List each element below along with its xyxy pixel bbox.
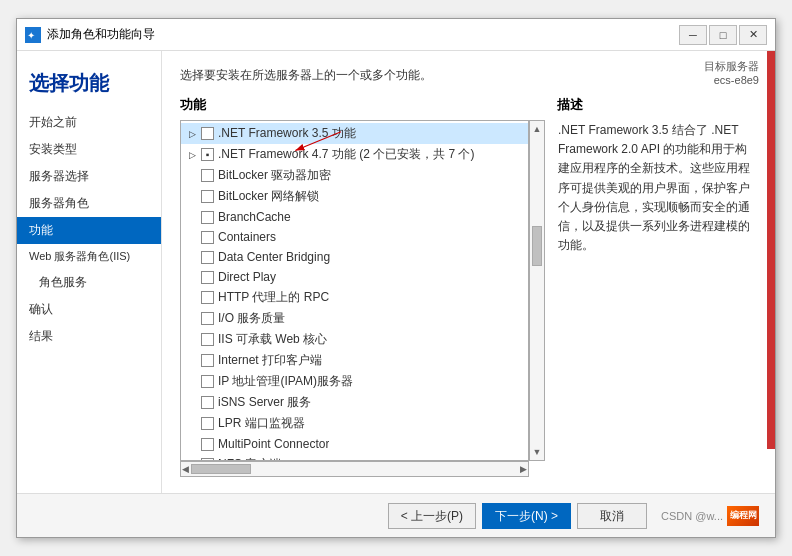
footer: < 上一步(P) 下一步(N) > 取消 CSDN @w... 编程网 [17,493,775,537]
feature-isns[interactable]: iSNS Server 服务 [181,392,528,413]
watermark-text1: CSDN @w... [661,510,723,522]
label-bitlocker-net: BitLocker 网络解锁 [218,188,319,205]
server-name: ecs-e8e9 [704,74,759,86]
feature-datacenter-bridging[interactable]: Data Center Bridging [181,247,528,267]
feature-ip-mgmt[interactable]: IP 地址管理(IPAM)服务器 [181,371,528,392]
scroll-up-btn[interactable]: ▲ [533,122,542,136]
sidebar-item-server-role[interactable]: 服务器角色 [17,190,161,217]
checkbox-iis-hostable[interactable] [201,333,214,346]
features-header: 功能 [180,96,545,114]
sidebar-item-features[interactable]: 功能 [17,217,161,244]
right-accent-bar [767,51,775,449]
checkbox-nfs[interactable] [201,458,214,461]
checkbox-internet-print[interactable] [201,354,214,367]
server-label: 目标服务器 [704,59,759,74]
feature-io-quality[interactable]: I/O 服务质量 [181,308,528,329]
checkbox-branchcache[interactable] [201,211,214,224]
feature-net47[interactable]: ▷ .NET Framework 4.7 功能 (2 个已安装，共 7 个) [181,144,528,165]
title-bar: ✦ 添加角色和功能向导 ─ □ ✕ [17,19,775,51]
label-isns: iSNS Server 服务 [218,394,311,411]
description-text: .NET Framework 3.5 结合了 .NET Framework 2.… [557,120,757,477]
checkbox-net47[interactable] [201,148,214,161]
feature-http-rpc[interactable]: HTTP 代理上的 RPC [181,287,528,308]
main-instruction: 选择要安装在所选服务器上的一个或多个功能。 [180,67,757,84]
expand-icon-net35: ▷ [185,127,199,141]
label-multipoint: MultiPoint Connector [218,437,329,451]
features-list-container[interactable]: ▷ .NET Framework 3.5 功能 ▷ .NET Framework [180,120,529,461]
back-button[interactable]: < 上一步(P) [388,503,476,529]
description-header: 描述 [557,96,757,114]
feature-internet-print[interactable]: Internet 打印客户端 [181,350,528,371]
label-net47: .NET Framework 4.7 功能 (2 个已安装，共 7 个) [218,146,474,163]
label-nfs: NFS 客户端 [218,456,281,461]
feature-branchcache[interactable]: BranchCache [181,207,528,227]
title-bar-left: ✦ 添加角色和功能向导 [25,26,155,43]
vertical-scrollbar[interactable]: ▲ ▼ [529,120,545,461]
sidebar-item-web-server[interactable]: Web 服务器角色(IIS) [17,244,161,269]
label-datacenter-bridging: Data Center Bridging [218,250,330,264]
label-ip-mgmt: IP 地址管理(IPAM)服务器 [218,373,353,390]
horizontal-scrollbar[interactable]: ◀ ▶ [180,461,529,477]
checkbox-http-rpc[interactable] [201,291,214,304]
feature-lpr[interactable]: LPR 端口监视器 [181,413,528,434]
watermark-logo: 编程网 [727,506,759,526]
scroll-down-btn[interactable]: ▼ [533,445,542,459]
close-button[interactable]: ✕ [739,25,767,45]
feature-multipoint[interactable]: MultiPoint Connector [181,434,528,454]
feature-direct-play[interactable]: Direct Play [181,267,528,287]
minimize-button[interactable]: ─ [679,25,707,45]
checkbox-io-quality[interactable] [201,312,214,325]
h-scroll-thumb[interactable] [191,464,251,474]
feature-containers[interactable]: Containers [181,227,528,247]
panels: 功能 [180,96,757,477]
main-wrapper: 目标服务器 ecs-e8e9 选择要安装在所选服务器上的一个或多个功能。 功能 [162,51,775,493]
label-branchcache: BranchCache [218,210,291,224]
scroll-thumb[interactable] [532,226,542,266]
checkbox-lpr[interactable] [201,417,214,430]
checkbox-bitlocker-drive[interactable] [201,169,214,182]
description-panel: 描述 .NET Framework 3.5 结合了 .NET Framework… [557,96,757,477]
feature-iis-hostable[interactable]: IIS 可承载 Web 核心 [181,329,528,350]
wizard-window: ✦ 添加角色和功能向导 ─ □ ✕ 选择功能 开始之前 安装类型 服务器选择 服… [16,18,776,538]
features-panel: 功能 [180,96,545,477]
checkbox-multipoint[interactable] [201,438,214,451]
window-title: 添加角色和功能向导 [47,26,155,43]
label-io-quality: I/O 服务质量 [218,310,285,327]
checkbox-net35[interactable] [201,127,214,140]
server-info: 目标服务器 ecs-e8e9 [704,59,759,86]
features-list: ▷ .NET Framework 3.5 功能 ▷ .NET Framework [181,121,528,461]
label-containers: Containers [218,230,276,244]
next-button[interactable]: 下一步(N) > [482,503,571,529]
label-net35: .NET Framework 3.5 功能 [218,125,356,142]
sidebar-item-confirm[interactable]: 确认 [17,296,161,323]
sidebar-nav: 开始之前 安装类型 服务器选择 服务器角色 功能 Web 服务器角色(IIS) … [17,105,161,354]
svg-text:✦: ✦ [27,30,35,41]
label-iis-hostable: IIS 可承载 Web 核心 [218,331,327,348]
maximize-button[interactable]: □ [709,25,737,45]
checkbox-direct-play[interactable] [201,271,214,284]
checkbox-ip-mgmt[interactable] [201,375,214,388]
expand-icon-net47: ▷ [185,148,199,162]
sidebar-item-role-services[interactable]: 角色服务 [17,269,161,296]
sidebar-item-start[interactable]: 开始之前 [17,109,161,136]
sidebar-item-install-type[interactable]: 安装类型 [17,136,161,163]
feature-bitlocker-net[interactable]: BitLocker 网络解锁 [181,186,528,207]
sidebar-item-result[interactable]: 结果 [17,323,161,350]
sidebar-item-server-select[interactable]: 服务器选择 [17,163,161,190]
checkbox-containers[interactable] [201,231,214,244]
title-controls: ─ □ ✕ [679,25,767,45]
main-content: 选择要安装在所选服务器上的一个或多个功能。 功能 [162,51,775,493]
cancel-button[interactable]: 取消 [577,503,647,529]
feature-net35[interactable]: ▷ .NET Framework 3.5 功能 [181,123,528,144]
checkbox-bitlocker-net[interactable] [201,190,214,203]
checkbox-isns[interactable] [201,396,214,409]
scroll-right-btn[interactable]: ▶ [520,464,527,474]
wizard-icon: ✦ [25,27,41,43]
scrollbar-container: ▷ .NET Framework 3.5 功能 ▷ .NET Framework [180,120,545,461]
feature-bitlocker-drive[interactable]: BitLocker 驱动器加密 [181,165,528,186]
watermark: CSDN @w... 编程网 [661,506,759,526]
content-area: 选择功能 开始之前 安装类型 服务器选择 服务器角色 功能 Web 服务器角色(… [17,51,775,493]
checkbox-datacenter-bridging[interactable] [201,251,214,264]
feature-nfs[interactable]: NFS 客户端 [181,454,528,461]
scroll-left-btn[interactable]: ◀ [182,464,189,474]
